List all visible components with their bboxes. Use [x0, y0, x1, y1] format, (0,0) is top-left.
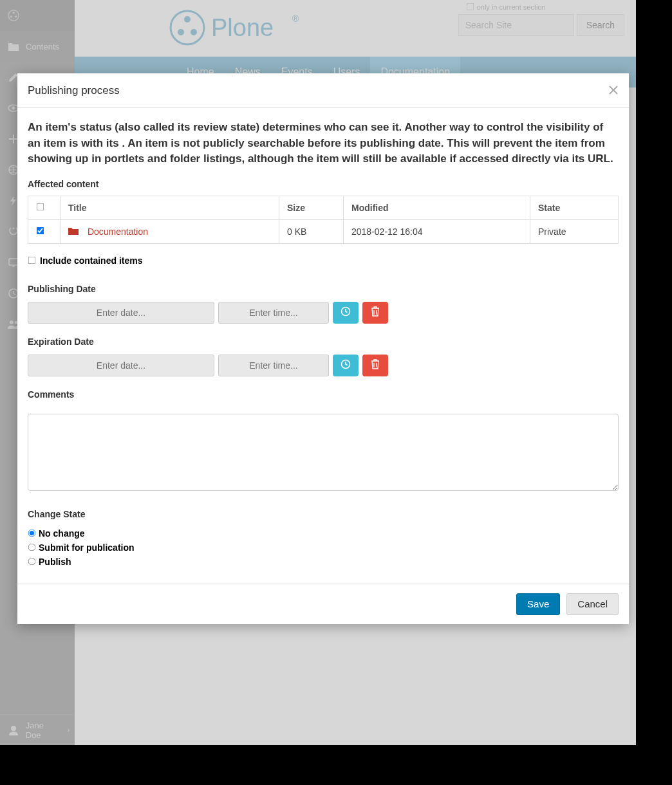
trash-icon [371, 359, 380, 371]
clock-icon [341, 306, 351, 319]
select-all-checkbox[interactable] [37, 203, 44, 211]
modal-footer: Save Cancel [17, 584, 629, 624]
modal-title: Publishing process [28, 84, 120, 97]
th-modified: Modified [344, 196, 530, 219]
affected-content-table: Title Size Modified State Documentati [28, 196, 619, 244]
modal-body: An item's status (also called its review… [17, 108, 629, 584]
row-state: Private [530, 219, 619, 243]
intro-text: An item's status (also called its review… [28, 120, 619, 167]
folder-icon [68, 226, 81, 237]
include-contained-row: Include contained items [28, 255, 619, 266]
table-row: Documentation 0 KB 2018-02-12 16:04 Priv… [28, 219, 619, 243]
change-state-radio-group: No change Submit for publication Publish [28, 528, 619, 567]
include-contained-label: Include contained items [40, 255, 142, 266]
row-checkbox[interactable] [37, 227, 44, 235]
row-size: 0 KB [279, 219, 344, 243]
publishing-date-input[interactable] [28, 302, 214, 324]
expiration-time-input[interactable] [218, 355, 329, 376]
row-title-link[interactable]: Documentation [88, 226, 148, 237]
th-title: Title [61, 196, 279, 219]
row-modified: 2018-02-12 16:04 [344, 219, 530, 243]
publishing-now-button[interactable] [333, 302, 359, 324]
publishing-date-label: Publishing Date [28, 284, 619, 294]
th-size: Size [279, 196, 344, 219]
radio-submit[interactable] [28, 544, 36, 551]
expiration-clear-button[interactable] [362, 355, 388, 376]
radio-submit-label: Submit for publication [39, 542, 135, 553]
include-contained-checkbox[interactable] [28, 257, 36, 264]
radio-publish-label: Publish [39, 557, 71, 567]
comments-label: Comments [28, 389, 619, 400]
expiration-date-label: Expiration Date [28, 337, 619, 347]
affected-content-label: Affected content [28, 179, 619, 189]
radio-no-change[interactable] [28, 530, 36, 537]
cancel-button[interactable]: Cancel [566, 593, 619, 615]
trash-icon [371, 306, 380, 319]
change-state-label: Change State [28, 509, 619, 519]
modal-header: Publishing process [17, 73, 629, 108]
expiration-date-row [28, 355, 619, 376]
th-state: State [530, 196, 619, 219]
publishing-modal: Publishing process An item's status (als… [17, 73, 629, 624]
radio-publish[interactable] [28, 558, 36, 566]
comments-textarea[interactable] [28, 414, 619, 491]
publishing-clear-button[interactable] [362, 302, 388, 324]
publishing-time-input[interactable] [218, 302, 329, 324]
expiration-date-input[interactable] [28, 355, 214, 376]
close-icon[interactable] [606, 82, 621, 98]
publishing-date-row [28, 302, 619, 324]
radio-no-change-label: No change [39, 528, 85, 539]
expiration-now-button[interactable] [333, 355, 359, 376]
clock-icon [341, 359, 351, 371]
save-button[interactable]: Save [516, 593, 560, 615]
